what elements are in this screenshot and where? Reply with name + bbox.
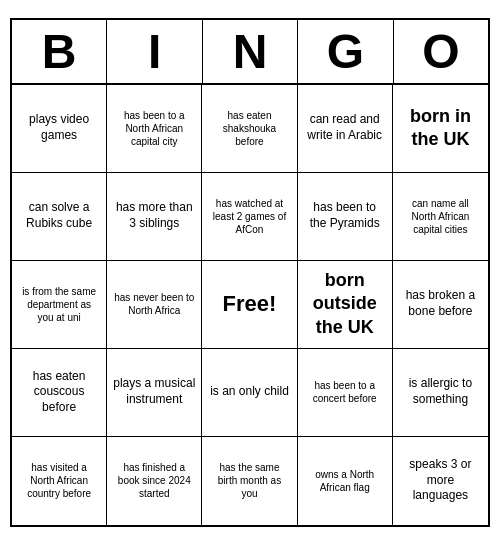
bingo-cell-21: has finished a book since 2024 started: [107, 437, 202, 525]
header-letter-o: O: [394, 20, 488, 83]
bingo-cell-20: has visited a North African country befo…: [12, 437, 107, 525]
bingo-cell-2: has eaten shakshouka before: [202, 85, 297, 173]
bingo-cell-11: has never been to North Africa: [107, 261, 202, 349]
bingo-cell-14: has broken a bone before: [393, 261, 488, 349]
bingo-cell-23: owns a North African flag: [298, 437, 393, 525]
bingo-cell-16: plays a musical instrument: [107, 349, 202, 437]
header-letter-i: I: [107, 20, 202, 83]
bingo-cell-12: Free!: [202, 261, 297, 349]
header-letter-b: B: [12, 20, 107, 83]
bingo-cell-13: born outside the UK: [298, 261, 393, 349]
bingo-header: BINGO: [12, 20, 488, 85]
bingo-cell-10: is from the same department as you at un…: [12, 261, 107, 349]
bingo-cell-3: can read and write in Arabic: [298, 85, 393, 173]
bingo-cell-6: has more than 3 siblings: [107, 173, 202, 261]
bingo-cell-17: is an only child: [202, 349, 297, 437]
bingo-cell-8: has been to the Pyramids: [298, 173, 393, 261]
bingo-cell-19: is allergic to something: [393, 349, 488, 437]
header-letter-g: G: [298, 20, 393, 83]
bingo-cell-15: has eaten couscous before: [12, 349, 107, 437]
bingo-cell-18: has been to a concert before: [298, 349, 393, 437]
bingo-cell-7: has watched at least 2 games of AfCon: [202, 173, 297, 261]
bingo-cell-1: has been to a North African capital city: [107, 85, 202, 173]
bingo-cell-4: born in the UK: [393, 85, 488, 173]
bingo-cell-5: can solve a Rubiks cube: [12, 173, 107, 261]
bingo-grid: plays video gameshas been to a North Afr…: [12, 85, 488, 525]
bingo-cell-0: plays video games: [12, 85, 107, 173]
bingo-cell-24: speaks 3 or more languages: [393, 437, 488, 525]
bingo-cell-22: has the same birth month as you: [202, 437, 297, 525]
bingo-card: BINGO plays video gameshas been to a Nor…: [10, 18, 490, 527]
bingo-cell-9: can name all North African capital citie…: [393, 173, 488, 261]
header-letter-n: N: [203, 20, 298, 83]
